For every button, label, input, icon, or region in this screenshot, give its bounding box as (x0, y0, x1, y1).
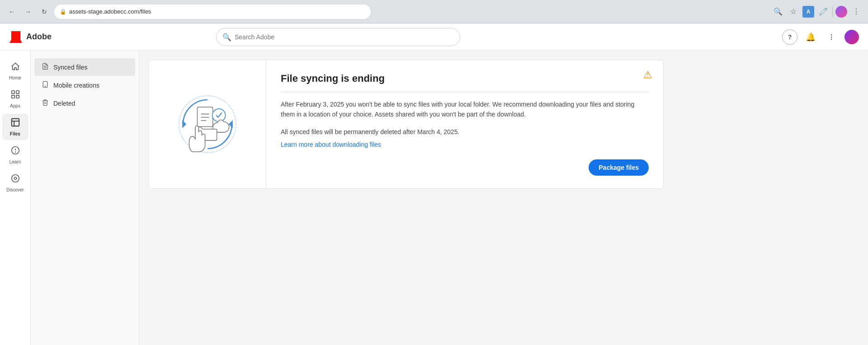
discover-icon (10, 173, 20, 186)
browser-puzzle-button[interactable]: 🧷 (817, 5, 830, 18)
adobe-logo-svg (9, 30, 23, 44)
nav-item-learn[interactable]: Learn (2, 142, 28, 168)
notification-body: ⚠ File syncing is ending After February … (266, 60, 663, 188)
adobe-wordmark: Adobe (26, 32, 52, 42)
nav-item-discover[interactable]: Discover (2, 170, 28, 196)
notification-divider (281, 92, 649, 92)
svg-rect-20 (197, 107, 212, 126)
svg-point-24 (212, 109, 225, 122)
warning-icon: ⚠ (643, 69, 652, 81)
address-text: assets-stage.adobecc.com/files (69, 8, 365, 15)
refresh-button[interactable]: ↻ (38, 5, 51, 18)
adobe-logo[interactable]: Adobe (9, 30, 52, 44)
notification-card: ⚠ File syncing is ending After February … (148, 60, 664, 189)
browser-user-avatar[interactable] (835, 6, 847, 18)
sidebar-item-deleted[interactable]: Deleted (34, 94, 135, 112)
apps-grid-button[interactable]: ⁝ (824, 29, 839, 45)
address-lock-icon: 🔒 (60, 9, 66, 15)
nav-item-apps[interactable]: Apps (2, 86, 28, 112)
forward-button[interactable]: → (22, 5, 34, 18)
sidebar-label-mobile-creations: Mobile creations (53, 82, 99, 89)
svg-rect-6 (16, 95, 19, 98)
nav-item-home[interactable]: Home (2, 58, 28, 84)
home-icon (10, 61, 20, 74)
notification-title: File syncing is ending (281, 73, 649, 84)
browser-chrome: ← → ↻ 🔒 assets-stage.adobecc.com/files 🔍… (0, 0, 868, 23)
browser-star-button[interactable]: ☆ (787, 5, 800, 18)
notification-actions: Package files (281, 159, 649, 176)
package-files-button[interactable]: Package files (589, 159, 649, 176)
help-button[interactable]: ? (782, 29, 797, 45)
svg-point-11 (14, 177, 17, 180)
svg-rect-5 (11, 95, 14, 98)
svg-marker-18 (182, 120, 186, 128)
apps-icon (10, 89, 20, 102)
svg-rect-7 (11, 119, 19, 126)
back-button[interactable]: ← (5, 5, 18, 18)
browser-divider (832, 7, 833, 17)
browser-search-button[interactable]: 🔍 (772, 5, 784, 18)
nav-label-apps: Apps (10, 103, 20, 108)
nav-label-learn: Learn (9, 159, 21, 164)
notification-body-text: After February 3, 2025 you won't be able… (281, 99, 649, 120)
header-search: 🔍 (216, 28, 460, 46)
browser-menu-button[interactable]: ⋮ (850, 5, 863, 18)
nav-label-files: Files (10, 131, 20, 136)
svg-point-9 (15, 152, 15, 152)
browser-extension-icon[interactable]: A (802, 6, 814, 18)
notifications-button[interactable]: 🔔 (803, 29, 818, 45)
address-bar[interactable]: 🔒 assets-stage.adobecc.com/files (54, 5, 371, 19)
notification-secondary-text: All synced files will be permanently del… (281, 127, 649, 137)
sidebar-item-synced-files[interactable]: Synced files (34, 58, 135, 76)
app-header: Adobe 🔍 ? 🔔 ⁝ (0, 23, 868, 51)
browser-right-icons: 🔍 ☆ A 🧷 ⋮ (772, 5, 863, 18)
deleted-icon (42, 99, 49, 107)
svg-rect-3 (11, 91, 14, 93)
user-avatar[interactable] (844, 30, 859, 44)
search-icon: 🔍 (222, 33, 231, 41)
search-input[interactable] (216, 28, 460, 46)
sidebar-item-mobile-creations[interactable]: Mobile creations (34, 76, 135, 94)
svg-rect-4 (16, 91, 19, 93)
sidebar: Synced files Mobile creations (31, 51, 139, 345)
sidebar-label-synced-files: Synced files (53, 64, 87, 71)
learn-more-link[interactable]: Learn more about downloading files (281, 141, 381, 148)
app-body: Home Apps (0, 51, 868, 345)
nav-label-home: Home (9, 75, 21, 80)
files-icon (10, 117, 20, 130)
app-container: Adobe 🔍 ? 🔔 ⁝ Home (0, 23, 868, 345)
notification-illustration (149, 60, 266, 188)
synced-files-icon (42, 63, 49, 71)
sidebar-label-deleted: Deleted (53, 100, 75, 107)
nav-item-files[interactable]: Files (2, 114, 28, 140)
left-nav: Home Apps (0, 51, 31, 345)
svg-point-16 (45, 86, 45, 86)
nav-label-discover: Discover (6, 187, 24, 192)
mobile-creations-icon (42, 81, 49, 89)
main-content: ⚠ File syncing is ending After February … (139, 51, 868, 345)
svg-point-10 (11, 175, 19, 182)
header-right: ? 🔔 ⁝ (782, 29, 859, 45)
learn-icon (10, 145, 20, 158)
